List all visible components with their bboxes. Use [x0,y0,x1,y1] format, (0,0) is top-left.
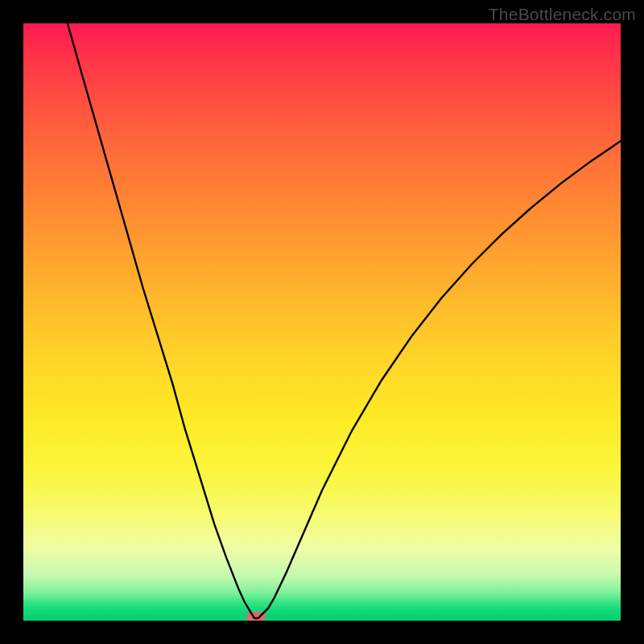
watermark-text: TheBottleneck.com [489,5,636,24]
chart-frame: TheBottleneck.com [0,0,644,644]
bottleneck-curve-path [68,23,621,618]
plot-area [23,23,621,621]
curve-svg [23,23,621,621]
